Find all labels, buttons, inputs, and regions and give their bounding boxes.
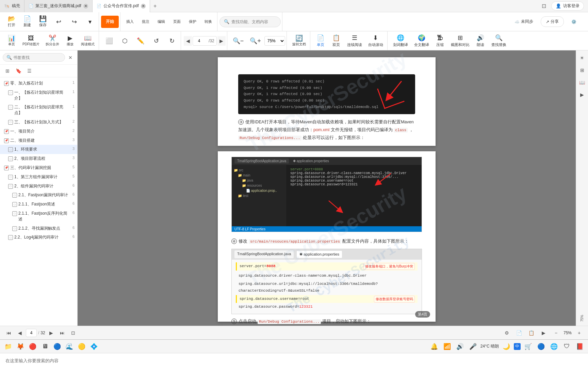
unsync-button[interactable]: ☁️ 未同步 [510,17,538,27]
close-tab1-button[interactable]: ✕ [83,4,88,9]
taskbar-mic-icon[interactable]: 🎤 [468,341,478,352]
rect-tool[interactable]: ⬜ [102,32,117,49]
taskbar-antivirus-icon[interactable]: 🛡 [561,341,572,352]
compress-button[interactable]: 🗜 压缩 [432,32,447,49]
bottom-expand-button[interactable]: ⊡ [68,328,78,338]
toc-item-5[interactable]: 📌 二、项目搭建 3 [0,136,77,145]
toc-item-13[interactable]: □ 2.1.1、Fastjson反序列化简述 6 [0,209,77,224]
taskbar-volume-icon[interactable]: 🔊 [455,341,466,352]
right-panel-btn-1[interactable]: ☀ [577,53,587,63]
rotate-left-tool[interactable]: ↺ [149,32,164,49]
mark-tool[interactable]: ✏️ [133,32,148,49]
bottom-plus-button[interactable]: + [574,328,584,338]
toc-item-2[interactable]: □ 二、【炼石计划知识星球亮点】 1 [0,103,77,118]
zoom-in-button[interactable]: 🔍+ [247,32,264,49]
undo-button[interactable]: ↩ [51,13,66,30]
rotate-file-button[interactable]: 🔄旋转文档 [290,32,309,49]
toc-item-3[interactable]: □ 三、【炼石计划加入方式】 2 [0,118,77,127]
sidebar-tab-pages[interactable]: ⊞ [3,66,12,76]
taskbar-app-7-icon[interactable]: 🟡 [76,341,87,352]
bottom-prev-page-button[interactable]: ◀ [15,328,24,338]
taskbar-firefox-icon[interactable]: 🦊 [15,341,26,352]
toc-item-0[interactable]: 📌 零、加入炼石计划 1 [0,79,77,88]
new-file-button[interactable]: 📄新建 [20,13,35,30]
taskbar-app-5-icon[interactable]: 🔵 [52,341,63,352]
convert-menu[interactable]: 转换 [201,13,216,30]
settings-button[interactable]: ⚙️ [567,17,581,26]
bottom-page-input[interactable] [26,331,36,335]
toc-item-15[interactable]: □ 2.2、Log4j漏洞代码审计 6 [0,233,77,242]
rotate-right-tool[interactable]: ↻ [164,32,179,49]
single-page-button[interactable]: 📄 单页 [313,32,328,49]
sidebar-close-button[interactable]: ✕ [66,53,75,62]
read-aloud-button[interactable]: 🔊 朗读 [473,32,488,49]
open-file-button[interactable]: 📂打开 [4,13,19,30]
taskbar-browser-icon[interactable]: 🌐 [549,341,559,352]
zoom-out-button[interactable]: 🔍− [230,32,247,49]
toc-item-6[interactable]: □ 1、环境要求 3 [0,145,77,154]
redo-button[interactable]: ↪ [67,13,82,30]
double-page-button[interactable]: 📋 双页 [329,32,344,49]
taskbar-app-8-icon[interactable]: 💠 [88,341,99,352]
bottom-next-page-button[interactable]: ▶ [47,328,56,338]
toc-item-9[interactable]: □ 1、第三方组件漏洞审计 5 [0,172,77,182]
taskbar-files-icon[interactable]: 📁 [3,341,14,352]
taskbar-moon-icon[interactable]: 🌙 [501,341,512,352]
taskbar-app-6-icon[interactable]: 🌊 [64,341,75,352]
right-panel-btn-4[interactable]: ▶ [577,90,587,99]
toc-item-1[interactable]: □ 一、【炼石计划知识星球简介】 1 [0,88,77,103]
bottom-double-page-button[interactable]: 📋 [527,328,536,338]
bottom-settings-button[interactable]: ⚙ [502,328,512,338]
auto-scroll-button[interactable]: ⬇ 自动滚动 [365,32,386,49]
tab-raffleshell[interactable]: 🐚 稿壳 [0,0,24,12]
lasso-tool[interactable]: ⬡ [117,32,132,49]
page-input[interactable] [193,38,205,44]
compare-button[interactable]: ⊞ 截图和对比 [448,32,472,49]
share-button[interactable]: ↗ 分享 [541,16,564,27]
continuous-button[interactable]: ☰ 连续阅读 [344,32,365,49]
find-replace-button[interactable]: 🔍 查找替换 [489,32,509,49]
taskbar-wifi-icon[interactable]: 📶 [442,341,453,352]
more-button[interactable]: ▾ [82,13,97,30]
read-mode-button[interactable]: 📖 阅读模式 [78,32,97,49]
insert-menu[interactable]: 插入 [122,13,137,30]
full-translate-button[interactable]: 🌍 全文翻译 [411,32,432,49]
zoom-dropdown[interactable]: 75% 100% 125% 150% [265,37,285,44]
toc-item-10[interactable]: □ 2、组件漏洞代码审计 6 [0,182,77,191]
taskbar-ime-label[interactable]: 中 [514,343,521,350]
pdf-viewer[interactable]: The CyberSecurity Query OK, 0 rows affec… [78,50,576,326]
pdf-to-img-button[interactable]: 🖼 PDF转图片 [20,32,42,49]
taskbar-app-4-icon[interactable]: 🖥 [39,341,50,352]
new-tab-button[interactable]: + [150,0,160,12]
taskbar-app-extra-icon[interactable]: 🔵 [536,341,546,352]
tab-pdf2[interactable]: 📄 公众号合作宣传.pdf ✕ [93,0,150,12]
next-page-button[interactable]: ▶ [217,36,226,46]
right-panel-btn-3[interactable]: 📖 [577,78,587,87]
play-button[interactable]: ▶ 播放 [63,32,78,49]
login-button[interactable]: 👤 访客登录 [551,1,584,11]
save-file-button[interactable]: 💾保存 [35,13,50,30]
window-settings-icon[interactable]: ⊡ [542,3,549,10]
tab-pdf1[interactable]: 📄 第三套_迷你天猫商城.pdf ✕ [24,0,93,12]
right-panel-btn-2[interactable]: ⊞ [577,65,587,75]
sidebar-tab-toc[interactable]: ☰ [24,66,34,76]
bottom-single-page-button[interactable]: 📄 [514,328,524,338]
search-box[interactable]: 🔍 [219,16,281,27]
taskbar-pdf-icon[interactable]: 📕 [574,341,585,352]
edit-menu[interactable]: 编辑 [154,13,169,30]
zoom-select[interactable]: 75% 100% 125% 150% [264,36,285,46]
toc-item-7[interactable]: □ 2、项目部署流程 3 [0,154,77,163]
search-input[interactable] [231,19,276,24]
word-translate-button[interactable]: 🌐 划词翻译 [390,32,411,49]
taskbar-app-3-icon[interactable]: 🔴 [27,341,38,352]
pdf-to-office-button[interactable]: 📊 单页 [4,32,19,49]
bottom-minus-button[interactable]: − [551,328,561,338]
sidebar-search-box[interactable]: 🔍 [3,53,65,62]
toc-item-4[interactable]: 📌 一、项目简介 2 [0,127,77,136]
toc-item-8[interactable]: 📌 三、代码审计漏洞挖掘 5 [0,163,77,172]
taskbar-notification-icon[interactable]: 🔔 [429,341,440,352]
sidebar-search-input[interactable] [13,55,61,60]
bottom-last-page-button[interactable]: ⏭ [58,328,67,338]
toc-item-11[interactable]: □ 2.1、Fastjson漏洞代码审计 6 [0,190,77,200]
bottom-first-page-button[interactable]: ⏮ [4,328,14,338]
